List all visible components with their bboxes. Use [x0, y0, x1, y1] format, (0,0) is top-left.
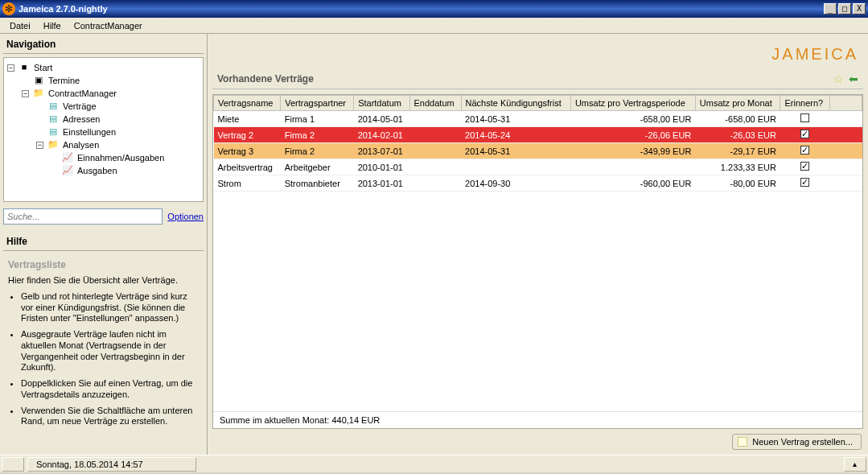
app-icon	[2, 2, 15, 15]
tree-node[interactable]: 📈Ausgaben	[6, 164, 201, 177]
tree-node[interactable]: −📁ContractManager	[6, 87, 201, 100]
table-row[interactable]: Vertrag 3Firma 22013-07-012014-05-31-349…	[214, 143, 862, 159]
tree-label: Einstellungen	[63, 127, 116, 137]
cal-icon: ▣	[32, 75, 45, 86]
tree-label: Adressen	[63, 114, 100, 124]
help-bullet: Ausgegraute Verträge laufen nicht im akt…	[21, 329, 199, 373]
remind-checkbox[interactable]	[800, 113, 809, 122]
search-input[interactable]	[3, 208, 162, 225]
doc-icon: ▤	[47, 113, 60, 125]
tree-toggle-icon[interactable]: −	[7, 64, 14, 72]
remind-checkbox[interactable]	[800, 130, 809, 138]
contracts-table[interactable]: VertragsnameVertragspartnerStartdatumEnd…	[213, 95, 862, 192]
column-header[interactable]: Vertragsname	[214, 96, 281, 111]
window-title: Jameica 2.7.0-nightly	[19, 4, 824, 14]
folder-icon: 📁	[47, 139, 60, 150]
help-heading: Vertragsliste	[8, 259, 199, 270]
options-link[interactable]: Optionen	[167, 212, 204, 221]
table-footer: Summe im aktuellen Monat: 440,14 EUR	[213, 411, 862, 428]
doc-icon: ▤	[47, 126, 60, 138]
tree-label: Verträge	[63, 101, 97, 111]
table-row[interactable]: ArbeitsvertragArbeitgeber2010-01-011.233…	[214, 159, 862, 175]
window-controls: _ □ X	[824, 3, 866, 14]
minimize-button[interactable]: _	[824, 3, 837, 14]
help-bullet: Verwenden Sie die Schaltfläche am untere…	[21, 406, 199, 428]
star-icon[interactable]: ☆	[833, 72, 844, 85]
sidebar: Navigation −■Start▣Termine−📁ContractMana…	[0, 34, 208, 455]
contracts-table-wrap: VertragsnameVertragspartnerStartdatumEnd…	[212, 94, 863, 429]
menubar: Datei Hilfe ContractManager	[0, 18, 868, 34]
tree-node[interactable]: ▤Verträge	[6, 100, 201, 113]
tree-node[interactable]: −📁Analysen	[6, 138, 201, 151]
tree-node[interactable]: ▤Adressen	[6, 113, 201, 126]
logo-row: jameica	[212, 39, 863, 69]
column-header[interactable]: Erinnern?	[780, 96, 830, 111]
chart-icon: 📈	[61, 165, 74, 176]
tree-node[interactable]: ▤Einstellungen	[6, 126, 201, 138]
column-header[interactable]: Startdatum	[354, 96, 409, 111]
tree-toggle-icon[interactable]: −	[22, 90, 29, 97]
remind-checkbox[interactable]	[800, 146, 809, 155]
close-button[interactable]: X	[853, 3, 866, 14]
tree-label: Termine	[48, 76, 80, 85]
section-title: Vorhandene Verträge	[217, 73, 829, 84]
table-row[interactable]: Vertrag 2Firma 22014-02-012014-05-24-26,…	[214, 127, 862, 143]
tree-node[interactable]: −■Start	[6, 61, 201, 74]
remind-checkbox[interactable]	[800, 178, 809, 187]
tree-toggle-icon[interactable]: −	[36, 142, 43, 149]
status-expand-icon[interactable]: ▴	[844, 457, 866, 472]
tree-node[interactable]: 📈Einnahmen/Ausgaben	[6, 151, 201, 164]
tree-label: Analysen	[63, 140, 99, 150]
help-intro: Hier finden Sie die Übersicht aller Vert…	[8, 275, 199, 286]
tree-node[interactable]: ▣Termine	[6, 74, 201, 87]
logo: jameica	[771, 45, 858, 64]
status-datetime: Sonntag, 18.05.2014 14:57	[27, 457, 196, 472]
menu-hilfe[interactable]: Hilfe	[37, 19, 68, 32]
menu-datei[interactable]: Datei	[3, 19, 37, 32]
remind-checkbox[interactable]	[800, 162, 809, 171]
tree-label: Ausgaben	[77, 166, 117, 175]
app-icon: ■	[18, 62, 31, 73]
tree-label: Einnahmen/Ausgaben	[77, 153, 164, 163]
column-header[interactable]: Umsatz pro Vertragsperiode	[570, 96, 695, 111]
help-body: Vertragsliste Hier finden Sie die Übersi…	[3, 254, 204, 437]
statusbar: Sonntag, 18.05.2014 14:57 ▴	[0, 455, 868, 472]
column-header[interactable]: Enddatum	[409, 96, 461, 111]
navigation-tree[interactable]: −■Start▣Termine−📁ContractManager▤Verträg…	[3, 57, 204, 202]
main-content: jameica Vorhandene Verträge ☆ ⬅ Vertrags…	[208, 34, 868, 455]
folder-icon: 📁	[32, 88, 45, 99]
document-icon	[738, 437, 747, 447]
column-header[interactable]: Nächste Kündigungsfrist	[461, 96, 570, 111]
help-bullet: Doppelklicken Sie auf einen Vertrag, um …	[21, 378, 199, 401]
navigation-title: Navigation	[3, 37, 204, 54]
table-row[interactable]: MieteFirma 12014-05-012014-05-31-658,00 …	[214, 111, 862, 127]
doc-icon: ▤	[47, 101, 60, 112]
back-icon[interactable]: ⬅	[849, 72, 858, 85]
help-title: Hilfe	[3, 234, 204, 251]
chart-icon: 📈	[61, 152, 74, 163]
status-cell-1	[2, 457, 24, 472]
help-bullet: Gelb und rot hinterlegte Verträge sind k…	[21, 291, 199, 324]
new-contract-button[interactable]: Neuen Vertrag erstellen...	[732, 434, 862, 450]
maximize-button[interactable]: □	[838, 3, 851, 14]
menu-contractmanager[interactable]: ContractManager	[68, 19, 149, 32]
tree-label: ContractManager	[48, 89, 117, 98]
window-titlebar: Jameica 2.7.0-nightly _ □ X	[0, 0, 868, 18]
tree-label: Start	[34, 63, 52, 72]
column-header[interactable]: Vertragspartner	[281, 96, 354, 111]
column-header[interactable]: Umsatz pro Monat	[695, 96, 780, 111]
section-header: Vorhandene Verträge ☆ ⬅	[212, 69, 863, 89]
table-row[interactable]: StromStromanbieter2013-01-012014-09-30-9…	[214, 175, 862, 192]
new-contract-label: Neuen Vertrag erstellen...	[752, 437, 853, 447]
